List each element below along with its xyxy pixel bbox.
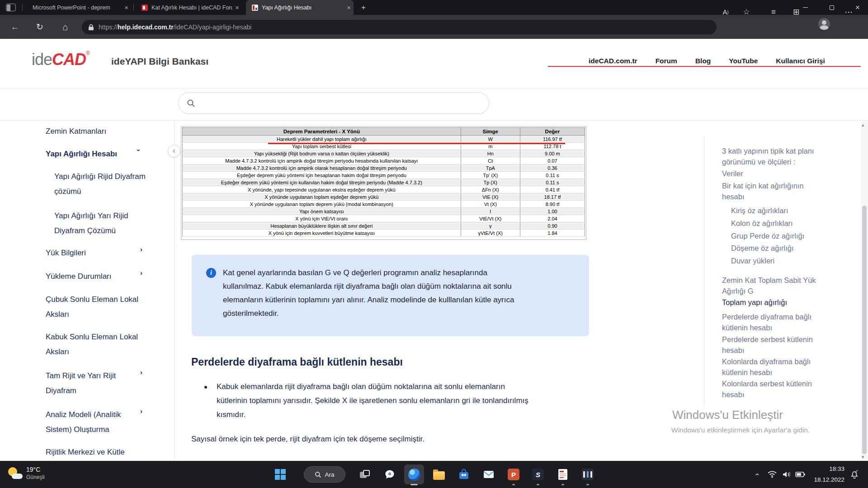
- toc-item-doseme-oz-agirligi[interactable]: Döşeme öz ağırlığı: [731, 243, 844, 253]
- favorites-bar-icon[interactable]: ≡: [766, 0, 781, 24]
- powerpoint-button[interactable]: P: [505, 465, 523, 483]
- search-icon: [187, 99, 195, 108]
- sidebar-item-rijitlik-merkezi[interactable]: Rijitlik Merkezi ve Kütle: [46, 445, 143, 460]
- focus-assist-bell-icon[interactable]: zz: [848, 466, 861, 483]
- info-icon: i: [206, 268, 216, 278]
- tray-chevron-up-icon[interactable]: ›: [750, 466, 763, 483]
- idecad-logo[interactable]: ideCAD®: [32, 50, 90, 69]
- sidebar-item-zemin-katmanlari[interactable]: Zemin Katmanları: [46, 124, 143, 139]
- sidebar-item-rijid-diyafram-cozumu[interactable]: Yapı Ağırlığı Rijid Diyaframçözümü: [54, 169, 152, 199]
- chevron-down-icon[interactable]: ›: [135, 149, 143, 151]
- chevron-right-icon[interactable]: ›: [140, 245, 142, 253]
- weather-icon[interactable]: [7, 466, 24, 483]
- scrollbar-thumb[interactable]: [862, 206, 867, 454]
- url-path: /ideCAD/yapi-agirligi-hesabi: [174, 23, 252, 31]
- toc-item-perdelerde-serbest[interactable]: Perdelerde serbest kütleninhesabı: [722, 334, 835, 356]
- sidebar-item-cubuk-sonlu-eleman[interactable]: Çubuk Sonlu Eleman LokalAksları: [46, 292, 143, 322]
- battery-icon[interactable]: [794, 466, 807, 483]
- sidebar-item-yari-rijid-diyafram-cozumu[interactable]: Yapı Ağırlığı Yarı RijidDiyafram Çözümü: [54, 208, 152, 238]
- toc-item-kat-plani[interactable]: 3 katlı yapının tipik kat planıgörünümü …: [722, 145, 835, 167]
- table-row: X yönü için VtE/Vt oranıVtE/Vt (X)2.04: [183, 215, 585, 222]
- back-icon[interactable]: ←: [7, 15, 23, 39]
- settings-menu-icon[interactable]: ⋯: [841, 0, 856, 24]
- read-aloud-icon[interactable]: A): [718, 0, 733, 24]
- sidebar-collapse-button[interactable]: ‹: [168, 145, 180, 157]
- start-button[interactable]: [271, 465, 289, 483]
- table-row: Madde 4.7.3.2 kontrolü için ampirik doğa…: [183, 157, 585, 164]
- sidebar-item-analiz-modeli[interactable]: Analiz Modeli (AnalitikSistem) Oluşturma: [46, 407, 143, 437]
- sidebar-item-kabuk-sonlu-eleman[interactable]: Kabuk Sonlu Eleman LokalAksları: [46, 329, 143, 359]
- toc-item-perdelerde-diyaframa[interactable]: Perdelerde diyaframa bağlıkütlenin hesab…: [722, 311, 835, 333]
- tab-close-icon[interactable]: ×: [122, 4, 131, 11]
- table-header-row: Deprem Parametreleri - X Yönü Simge Değe…: [183, 128, 585, 136]
- maximize-button[interactable]: [821, 0, 842, 15]
- toc-item-kolon-oz-agirliklari[interactable]: Kolon öz ağırlıkları: [731, 218, 844, 229]
- home-icon[interactable]: ⌂: [57, 15, 73, 39]
- weather-condition[interactable]: Güneşli: [26, 474, 45, 480]
- tab-close-icon[interactable]: ×: [344, 4, 354, 11]
- chevron-right-icon[interactable]: ›: [140, 269, 142, 277]
- edge-button[interactable]: [405, 465, 423, 483]
- weather-temp[interactable]: 19°C: [26, 466, 40, 473]
- taskbar-search[interactable]: Ara: [304, 466, 345, 483]
- info-text: gösterilmektedir.: [223, 309, 279, 318]
- table-row: Yapı yüksekliği (Rijit bodrum varsa o ka…: [183, 150, 585, 157]
- nav-idecad-com-tr[interactable]: ideCAD.com.tr: [589, 57, 637, 65]
- scrollbar-down-icon[interactable]: ▾: [862, 454, 864, 460]
- toc-item-grup-perde[interactable]: Grup Perde öz ağırlığı: [731, 230, 844, 241]
- nav-kullanici-girisi[interactable]: Kullanıcı Girişi: [776, 57, 825, 65]
- tab-actions-icon[interactable]: [6, 4, 16, 11]
- toc-item-bir-kat-agirligi[interactable]: Bir kat için kat ağırlığınınhesabı: [722, 180, 835, 202]
- tab-title: Yapı Ağırlığı Hesabı: [262, 5, 344, 11]
- sidebar-item-tam-rijit-diyafram[interactable]: Tam Rijit ve Yarı RijitDiyafram: [46, 368, 143, 398]
- bars-app-button[interactable]: [579, 465, 597, 483]
- toc-item-toplam-yapi-agirligi[interactable]: Toplam yapı ağırlığı: [722, 297, 835, 308]
- sidebar-item-yapi-agirligi-hesabi[interactable]: Yapı Ağırlığı Hesabı: [46, 146, 143, 161]
- document-app-button[interactable]: [554, 465, 572, 483]
- sidebar-divider: [174, 121, 175, 461]
- toc-item-duvar-yukleri[interactable]: Duvar yükleri: [731, 255, 844, 266]
- chevron-right-icon[interactable]: ›: [140, 407, 142, 415]
- table-row: X yönünde uygulanan toplam deprem yükü (…: [183, 201, 585, 208]
- sidebar-item-yukleme-durumlari[interactable]: Yükleme Durumları: [46, 269, 143, 284]
- tab-yapi-agirligi-active[interactable]: Yapı Ağırlığı Hesabı ×: [246, 0, 354, 15]
- toc-item-kolonlarda-serbest[interactable]: Kolonlarda serbest kütleninhesabı: [722, 378, 835, 400]
- clock-date: 18.12.2022: [809, 474, 844, 485]
- nav-blog[interactable]: Blog: [695, 57, 711, 65]
- collections-icon[interactable]: ⊞: [788, 0, 804, 24]
- nav-youtube[interactable]: YouTube: [729, 57, 758, 65]
- file-explorer-button[interactable]: [430, 465, 448, 483]
- sidebar-item-yuk-bilgileri[interactable]: Yük Bilgileri: [46, 245, 143, 260]
- speaker-icon[interactable]: [780, 466, 793, 483]
- windows-watermark-title: Windows'u Etkinleştir: [672, 408, 783, 422]
- favorite-add-icon[interactable]: ☆: [739, 0, 754, 24]
- refresh-icon[interactable]: ↻: [32, 15, 47, 39]
- chevron-right-icon[interactable]: ›: [140, 368, 142, 376]
- store-button[interactable]: [455, 465, 473, 483]
- address-bar[interactable]: https://help.idecad.com.tr/ideCAD/yapi-a…: [82, 20, 717, 34]
- wifi-icon[interactable]: [766, 466, 778, 483]
- section-heading: Perdelerde diyaframa bağlı kütlenin hesa…: [191, 356, 403, 368]
- tab-close-icon[interactable]: ×: [232, 4, 242, 11]
- tab-powerpoint[interactable]: Microsoft PowerPoint - deprem ×: [26, 0, 131, 15]
- windows-logo-icon: [275, 469, 286, 480]
- app-s-button[interactable]: S: [529, 465, 547, 483]
- taskbar-search-label: Ara: [325, 471, 334, 478]
- toc-item-kolonlarda-diyaframa[interactable]: Kolonlarda diyaframa bağlıkütlenin hesab…: [722, 356, 835, 378]
- new-tab-button[interactable]: +: [358, 2, 369, 13]
- profile-avatar[interactable]: [818, 18, 830, 30]
- toc-item-zemin-kat-sabit-yuk[interactable]: Zemin Kat Toplam Sabit YükAğırlığı G: [722, 275, 835, 296]
- chat-button[interactable]: [381, 465, 399, 483]
- tab-forum[interactable]: Kat Ağırlık Hesabı | ideCAD Forum ×: [136, 0, 242, 15]
- toc-item-veriler[interactable]: Veriler: [722, 168, 835, 179]
- mail-button[interactable]: [480, 465, 498, 483]
- toc-item-kiris-oz-agirliklari[interactable]: Kiriş öz ağırlıkları: [731, 205, 844, 216]
- taskbar-clock[interactable]: 18:33 18.12.2022: [809, 464, 844, 485]
- info-text: Kat genel ayarlarında basılan G ve Q değ…: [223, 268, 487, 277]
- nav-forum[interactable]: Forum: [656, 57, 677, 65]
- browser-tab-bar: Microsoft PowerPoint - deprem × Kat Ağır…: [0, 0, 868, 15]
- search-input[interactable]: [178, 92, 489, 114]
- scrollbar-up-icon[interactable]: ▴: [862, 122, 864, 128]
- task-view-button[interactable]: [356, 465, 374, 483]
- powerpoint-icon: P: [508, 469, 519, 480]
